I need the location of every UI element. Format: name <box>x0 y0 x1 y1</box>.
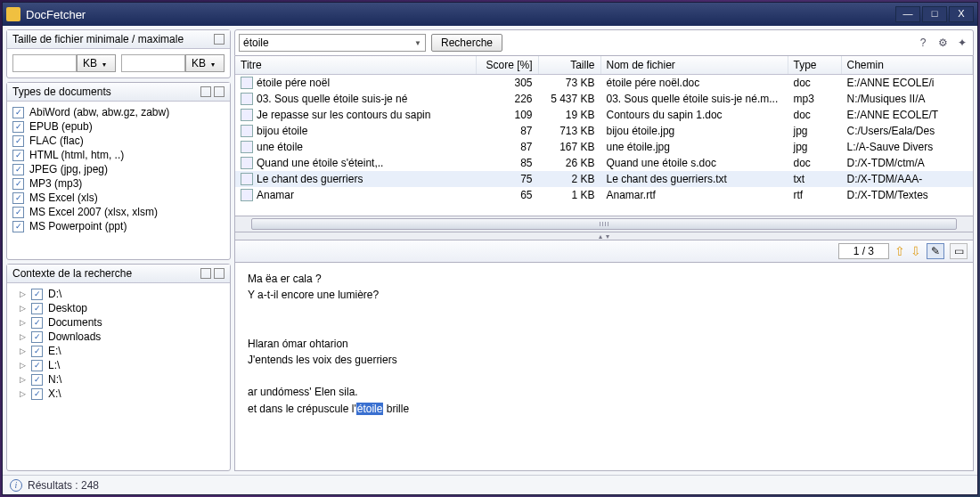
cell-type: mp3 <box>788 91 841 107</box>
doctype-row[interactable]: ✓EPUB (epub) <box>12 119 225 134</box>
tree-label: Downloads <box>48 330 101 343</box>
expand-icon[interactable]: ▷ <box>20 389 29 398</box>
min-size-unit[interactable]: KB <box>77 54 116 72</box>
checkbox-icon[interactable]: ✓ <box>31 374 43 386</box>
checkbox-icon[interactable]: ✓ <box>31 360 43 371</box>
checkbox-icon[interactable]: ✓ <box>31 317 43 329</box>
panel-max-icon[interactable] <box>200 86 211 97</box>
expand-icon[interactable]: ▷ <box>20 361 29 370</box>
dropdown-icon[interactable]: ▼ <box>414 39 421 47</box>
table-row[interactable]: 03. Sous quelle étoile suis-je né2265 43… <box>235 91 973 107</box>
checkbox-icon[interactable]: ✓ <box>31 346 43 357</box>
doctype-row[interactable]: ✓MS Excel 2007 (xlsx, xlsm) <box>12 205 225 219</box>
doctype-row[interactable]: ✓JPEG (jpg, jpeg) <box>12 162 225 176</box>
minimize-button[interactable]: — <box>895 6 920 22</box>
doctype-label: MS Excel 2007 (xlsx, xlsm) <box>29 206 158 218</box>
doctype-row[interactable]: ✓MS Excel (xls) <box>12 191 225 205</box>
doctype-row[interactable]: ✓MP3 (mp3) <box>12 176 225 191</box>
expand-icon[interactable]: ▷ <box>20 318 29 327</box>
search-input[interactable] <box>243 37 414 49</box>
checkbox-icon[interactable]: ✓ <box>31 388 43 400</box>
checkbox-icon[interactable]: ✓ <box>12 164 24 175</box>
panel-max-icon[interactable] <box>200 268 211 279</box>
tree-item[interactable]: ▷✓X:\ <box>12 387 225 401</box>
expand-icon[interactable]: ▷ <box>20 304 29 313</box>
expand-icon[interactable]: ▷ <box>20 289 29 298</box>
max-size-unit[interactable]: KB <box>185 54 225 72</box>
col-score[interactable]: Score [%] <box>476 56 538 75</box>
col-type[interactable]: Type <box>788 56 841 75</box>
close-button[interactable]: X <box>949 6 974 22</box>
col-title[interactable]: Titre <box>235 56 476 75</box>
maximize-button[interactable]: □ <box>922 6 947 22</box>
main-area: ▼ Recherche ? ⚙ ✦ Titre Score [%] Taille… <box>234 29 974 471</box>
tree-item[interactable]: ▷✓D:\ <box>12 287 225 301</box>
checkbox-icon[interactable]: ✓ <box>12 150 24 161</box>
doctypes-heading: Types de documents <box>12 86 111 98</box>
checkbox-icon[interactable]: ✓ <box>12 192 24 204</box>
page-indicator: 1 / 3 <box>838 243 889 259</box>
prev-match-icon[interactable]: ⇧ <box>894 244 905 258</box>
tree-label: N:\ <box>48 373 61 386</box>
checkbox-icon[interactable]: ✓ <box>31 303 43 314</box>
table-row[interactable]: étoile pére noël30573 KBétoile pére noël… <box>235 75 973 92</box>
cell-score: 85 <box>476 155 538 171</box>
cell-size: 167 KB <box>538 139 600 155</box>
tree-item[interactable]: ▷✓N:\ <box>12 372 225 387</box>
search-combo[interactable]: ▼ <box>239 34 426 52</box>
gear-icon[interactable]: ⚙ <box>935 36 950 50</box>
cell-filename: bijou étoile.jpg <box>600 123 788 139</box>
expand-icon[interactable]: ▷ <box>20 375 29 384</box>
doctype-row[interactable]: ✓AbiWord (abw, abw.gz, zabw) <box>12 105 225 119</box>
expand-icon[interactable]: ▷ <box>20 332 29 341</box>
min-size-input[interactable] <box>12 54 77 72</box>
checkbox-icon[interactable]: ✓ <box>31 331 43 343</box>
tree-item[interactable]: ▷✓Desktop <box>12 301 225 315</box>
cell-type: doc <box>788 155 841 171</box>
table-row[interactable]: Je repasse sur les contours du sapin1091… <box>235 107 973 123</box>
checkbox-icon[interactable]: ✓ <box>12 207 24 218</box>
checkbox-icon[interactable]: ✓ <box>12 178 24 190</box>
highlight-toggle[interactable]: ✎ <box>927 243 944 259</box>
cell-type: jpg <box>788 123 841 139</box>
checkbox-icon[interactable]: ✓ <box>31 289 43 300</box>
file-icon <box>241 157 253 169</box>
table-row[interactable]: Quand une étoile s'éteint,..8526 KBQuand… <box>235 155 973 171</box>
col-filename[interactable]: Nom de fichier <box>600 56 788 75</box>
app-icon <box>6 7 20 21</box>
splitter[interactable]: ▴ ▾ <box>234 232 974 240</box>
tree-item[interactable]: ▷✓E:\ <box>12 344 225 358</box>
cell-score: 65 <box>476 187 538 203</box>
table-row[interactable]: une étoile87167 KBune étoile.jpgjpgL:/A-… <box>235 139 973 155</box>
doctype-row[interactable]: ✓HTML (html, htm, ..) <box>12 148 225 162</box>
checkbox-icon[interactable]: ✓ <box>12 221 24 232</box>
help-icon[interactable]: ? <box>916 36 930 50</box>
titlebar[interactable]: DocFetcher — □ X <box>3 3 977 26</box>
preview-pane[interactable]: Ma ëa er cala ? Y a-t-il encore une lumi… <box>234 263 974 471</box>
tree-item[interactable]: ▷✓L:\ <box>12 358 225 372</box>
col-size[interactable]: Taille <box>538 56 600 75</box>
expand-icon[interactable]: ▷ <box>20 346 29 355</box>
doctype-row[interactable]: ✓FLAC (flac) <box>12 134 225 148</box>
checkbox-icon[interactable]: ✓ <box>12 107 24 118</box>
panel-collapse-icon[interactable] <box>214 34 225 45</box>
table-row[interactable]: Anamar651 KBAnamar.rtfrtfD:/X-TDM/Textes <box>235 187 973 203</box>
search-button[interactable]: Recherche <box>431 34 502 52</box>
status-text: Résultats : 248 <box>28 479 99 492</box>
doctype-label: EPUB (epub) <box>29 120 93 133</box>
col-path[interactable]: Chemin <box>841 56 973 75</box>
next-match-icon[interactable]: ⇩ <box>911 244 921 258</box>
doctype-row[interactable]: ✓MS Powerpoint (ppt) <box>12 219 225 233</box>
checkbox-icon[interactable]: ✓ <box>12 135 24 147</box>
table-row[interactable]: Le chant des guerriers752 KBLe chant des… <box>235 171 973 187</box>
max-size-input[interactable] <box>121 54 185 72</box>
tree-item[interactable]: ▷✓Documents <box>12 315 225 330</box>
view-mode-toggle[interactable]: ▭ <box>950 243 968 259</box>
results-hscrollbar[interactable] <box>234 216 974 232</box>
settings-icon[interactable]: ✦ <box>955 36 969 50</box>
checkbox-icon[interactable]: ✓ <box>12 121 24 133</box>
table-row[interactable]: bijou étoile87713 KBbijou étoile.jpgjpgC… <box>235 123 973 139</box>
panel-collapse-icon[interactable] <box>214 86 225 97</box>
panel-collapse-icon[interactable] <box>214 268 225 279</box>
tree-item[interactable]: ▷✓Downloads <box>12 330 225 344</box>
